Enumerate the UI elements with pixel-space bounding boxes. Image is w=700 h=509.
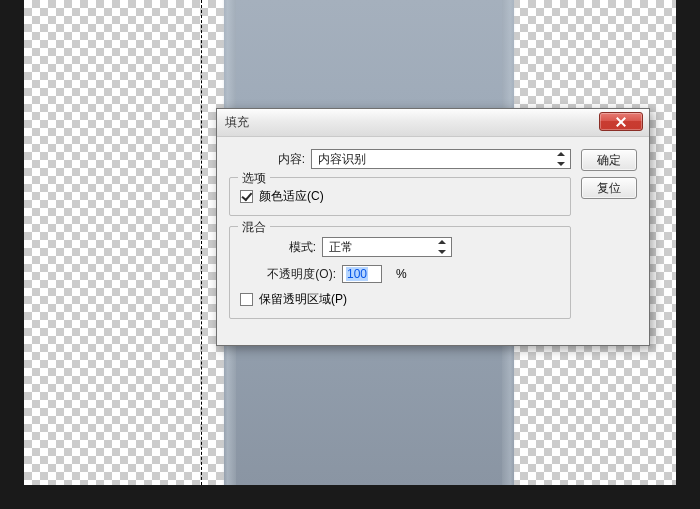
content-dropdown-value: 内容识别 bbox=[318, 151, 366, 168]
opacity-input[interactable]: 100 bbox=[342, 265, 382, 283]
dialog-body: 内容: 内容识别 选项 颜色适应(C) 混合 模式: bbox=[217, 137, 649, 345]
dialog-left-column: 内容: 内容识别 选项 颜色适应(C) 混合 模式: bbox=[229, 149, 571, 329]
options-legend: 选项 bbox=[238, 170, 270, 187]
close-icon bbox=[616, 117, 626, 127]
mode-label: 模式: bbox=[240, 239, 322, 256]
color-adapt-label: 颜色适应(C) bbox=[259, 188, 324, 205]
opacity-unit: % bbox=[396, 267, 407, 281]
preserve-label: 保留透明区域(P) bbox=[259, 291, 347, 308]
dialog-title: 填充 bbox=[225, 114, 249, 131]
options-fieldset: 选项 颜色适应(C) bbox=[229, 177, 571, 216]
blend-fieldset: 混合 模式: 正常 不透明度(O): 100 % bbox=[229, 226, 571, 319]
content-dropdown[interactable]: 内容识别 bbox=[311, 149, 571, 169]
opacity-value: 100 bbox=[346, 267, 368, 281]
mode-dropdown[interactable]: 正常 bbox=[322, 237, 452, 257]
content-row: 内容: 内容识别 bbox=[229, 149, 571, 169]
selection-marquee bbox=[24, 0, 202, 485]
ok-button[interactable]: 确定 bbox=[581, 149, 637, 171]
blend-legend: 混合 bbox=[238, 219, 270, 236]
close-button[interactable] bbox=[599, 112, 643, 131]
dialog-right-column: 确定 复位 bbox=[581, 149, 637, 329]
opacity-row: 不透明度(O): 100 % bbox=[240, 265, 560, 283]
reset-button[interactable]: 复位 bbox=[581, 177, 637, 199]
color-adapt-checkbox[interactable] bbox=[240, 190, 253, 203]
mode-row: 模式: 正常 bbox=[240, 237, 560, 257]
opacity-label: 不透明度(O): bbox=[240, 266, 342, 283]
mode-dropdown-value: 正常 bbox=[329, 239, 353, 256]
fill-dialog: 填充 内容: 内容识别 选项 颜色适应(C) bbox=[216, 108, 650, 346]
preserve-row: 保留透明区域(P) bbox=[240, 291, 560, 308]
dropdown-arrows-icon bbox=[556, 152, 566, 166]
content-label: 内容: bbox=[229, 151, 311, 168]
dialog-titlebar[interactable]: 填充 bbox=[217, 109, 649, 137]
dropdown-arrows-icon bbox=[437, 240, 447, 254]
color-adapt-row: 颜色适应(C) bbox=[240, 188, 560, 205]
preserve-checkbox[interactable] bbox=[240, 293, 253, 306]
